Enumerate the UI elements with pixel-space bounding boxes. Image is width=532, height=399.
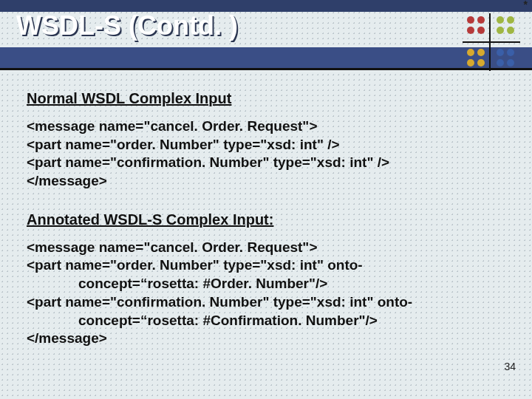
code-line-continuation: concept=“rosetta: #Order. Number"/> bbox=[27, 275, 505, 293]
dot-green bbox=[507, 27, 514, 34]
section1-heading: Normal WSDL Complex Input bbox=[27, 90, 505, 107]
section1-code: <message name="cancel. Order. Request"> … bbox=[27, 117, 505, 191]
slide-title: WSDL-S (Contd. ) bbox=[16, 10, 238, 41]
dot-yellow bbox=[477, 59, 485, 66]
section2-code: <message name="cancel. Order. Request"> … bbox=[27, 239, 505, 348]
asterisk-mark: * bbox=[524, 0, 528, 10]
header-bar-mid bbox=[0, 47, 532, 68]
dot-blue bbox=[497, 49, 504, 56]
dot-blue bbox=[507, 49, 514, 56]
decoration-horizontal-line bbox=[463, 41, 520, 43]
code-line: <message name="cancel. Order. Request"> bbox=[27, 117, 505, 136]
code-line: <part name="confirmation. Number" type="… bbox=[27, 293, 505, 330]
code-line: </message> bbox=[27, 172, 505, 191]
dot-yellow bbox=[477, 49, 485, 56]
slide-body: Normal WSDL Complex Input <message name=… bbox=[27, 81, 505, 384]
dot-red bbox=[477, 16, 485, 24]
slide: WSDL-S (Contd. ) * Normal WSDL Complex I… bbox=[0, 0, 532, 399]
code-line: <part name="order. Number" type="xsd: in… bbox=[27, 136, 505, 154]
slide-header: WSDL-S (Contd. ) bbox=[0, 0, 532, 74]
dot-blue bbox=[497, 59, 504, 66]
section2-heading: Annotated WSDL-S Complex Input: bbox=[27, 211, 505, 228]
dot-red bbox=[467, 27, 474, 34]
dot-green bbox=[497, 27, 504, 34]
dot-blue bbox=[507, 59, 514, 66]
page-number: 34 bbox=[504, 361, 516, 372]
code-line-main: <part name="confirmation. Number" type="… bbox=[27, 294, 412, 310]
code-line: </message> bbox=[27, 330, 505, 348]
code-line: <part name="confirmation. Number" type="… bbox=[27, 154, 505, 172]
code-line-main: <part name="order. Number" type="xsd: in… bbox=[27, 257, 363, 273]
dot-yellow bbox=[467, 49, 474, 56]
code-line-continuation: concept=“rosetta: #Confirmation. Number"… bbox=[27, 312, 505, 330]
dot-green bbox=[497, 16, 504, 24]
code-line: <message name="cancel. Order. Request"> bbox=[27, 239, 505, 257]
dot-red bbox=[467, 16, 474, 24]
dot-red bbox=[477, 27, 485, 34]
dot-yellow bbox=[467, 59, 474, 66]
dot-green bbox=[507, 16, 514, 24]
code-line: <part name="order. Number" type="xsd: in… bbox=[27, 256, 505, 293]
header-rule bbox=[0, 68, 532, 70]
corner-decoration bbox=[463, 13, 520, 71]
